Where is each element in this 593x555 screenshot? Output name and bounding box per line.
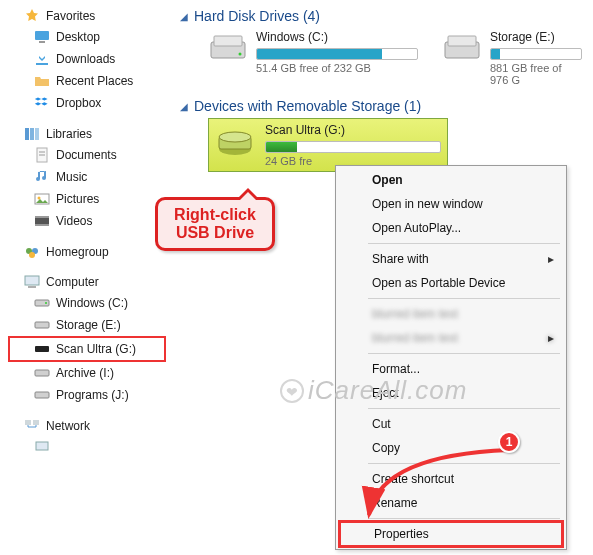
- sidebar-drive-g[interactable]: Scan Ultra (G:): [8, 336, 166, 362]
- drive-name: Storage (E:): [490, 30, 582, 44]
- sidebar-item-desktop[interactable]: Desktop: [8, 26, 170, 48]
- section-label: Favorites: [46, 9, 95, 23]
- section-homegroup[interactable]: Homegroup: [8, 242, 170, 262]
- menu-redacted[interactable]: blurred item text: [338, 302, 564, 326]
- network-icon: [24, 418, 40, 434]
- tree-label: Downloads: [56, 52, 115, 66]
- tree-label: Music: [56, 170, 87, 184]
- menu-portable[interactable]: Open as Portable Device: [338, 271, 564, 295]
- tree-label: Windows (C:): [56, 296, 128, 310]
- menu-separator: [368, 298, 560, 299]
- sidebar-item-recent[interactable]: Recent Places: [8, 70, 170, 92]
- hdd-large-icon: [442, 30, 482, 70]
- drive-bar: [265, 141, 441, 153]
- svg-rect-3: [30, 128, 34, 140]
- collapse-icon: ◢: [180, 11, 188, 22]
- tree-label: Archive (I:): [56, 366, 114, 380]
- section-network[interactable]: Network: [8, 416, 170, 436]
- document-icon: [34, 147, 50, 163]
- group-label: Devices with Removable Storage (1): [194, 98, 421, 114]
- svg-rect-20: [35, 322, 49, 328]
- sidebar-drive-e[interactable]: Storage (E:): [8, 314, 170, 336]
- sidebar-drive-c[interactable]: Windows (C:): [8, 292, 170, 314]
- section-label: Network: [46, 419, 90, 433]
- sidebar-item-downloads[interactable]: Downloads: [8, 48, 170, 70]
- svg-rect-24: [25, 420, 31, 425]
- tree-label: Programs (J:): [56, 388, 129, 402]
- svg-rect-26: [36, 442, 48, 450]
- computer-icon: [24, 274, 40, 290]
- svg-rect-31: [448, 36, 476, 46]
- sidebar-network-item[interactable]: [8, 436, 170, 458]
- group-header-hdd[interactable]: ◢ Hard Disk Drives (4): [178, 6, 585, 28]
- tree-label: Scan Ultra (G:): [56, 342, 136, 356]
- section-label: Libraries: [46, 127, 92, 141]
- drive-free: 51.4 GB free of 232 GB: [256, 62, 418, 74]
- sidebar-item-pictures[interactable]: Pictures: [8, 188, 170, 210]
- group-header-removable[interactable]: ◢ Devices with Removable Storage (1): [178, 96, 585, 118]
- section-label: Homegroup: [46, 245, 109, 259]
- hdd-large-icon: [208, 30, 248, 70]
- menu-format[interactable]: Format...: [338, 357, 564, 381]
- sidebar-item-documents[interactable]: Documents: [8, 144, 170, 166]
- sidebar-item-dropbox[interactable]: Dropbox: [8, 92, 170, 114]
- menu-open-new[interactable]: Open in new window: [338, 192, 564, 216]
- drive-bar: [256, 48, 418, 60]
- section-favorites[interactable]: Favorites: [8, 6, 170, 26]
- menu-share-with[interactable]: Share with: [338, 247, 564, 271]
- folder-icon: [34, 73, 50, 89]
- drive-free: 881 GB free of 976 G: [490, 62, 582, 86]
- svg-rect-0: [35, 31, 49, 40]
- section-label: Computer: [46, 275, 99, 289]
- drive-item-g[interactable]: Scan Ultra (G:) 24 GB fre: [208, 118, 448, 172]
- menu-separator: [368, 408, 560, 409]
- group-label: Hard Disk Drives (4): [194, 8, 320, 24]
- svg-rect-2: [25, 128, 29, 140]
- libraries-icon: [24, 126, 40, 142]
- menu-cut[interactable]: Cut: [338, 412, 564, 436]
- sidebar-item-videos[interactable]: Videos: [8, 210, 170, 232]
- desktop-icon: [34, 29, 50, 45]
- sidebar-item-music[interactable]: Music: [8, 166, 170, 188]
- svg-rect-25: [33, 420, 39, 425]
- menu-redacted[interactable]: blurred item text: [338, 326, 564, 350]
- svg-point-34: [219, 132, 251, 142]
- menu-separator: [368, 243, 560, 244]
- svg-point-29: [239, 53, 242, 56]
- sidebar-drive-i[interactable]: Archive (I:): [8, 362, 170, 384]
- svg-rect-11: [35, 216, 49, 218]
- section-computer[interactable]: Computer: [8, 272, 170, 292]
- removable-large-icon: [215, 123, 255, 163]
- svg-rect-17: [28, 286, 36, 288]
- tree-label: [56, 440, 83, 454]
- svg-rect-1: [39, 41, 45, 43]
- svg-point-19: [45, 302, 47, 304]
- hdd-icon: [34, 317, 50, 333]
- homegroup-icon: [24, 244, 40, 260]
- drive-item-c[interactable]: Windows (C:) 51.4 GB free of 232 GB: [208, 30, 418, 86]
- tree-label: Pictures: [56, 192, 99, 206]
- navigation-pane: Favorites Desktop Downloads Recent Place…: [0, 0, 170, 555]
- svg-rect-22: [35, 370, 49, 376]
- menu-autoplay[interactable]: Open AutoPlay...: [338, 216, 564, 240]
- section-libraries[interactable]: Libraries: [8, 124, 170, 144]
- menu-separator: [368, 353, 560, 354]
- svg-rect-16: [25, 276, 39, 285]
- video-icon: [34, 213, 50, 229]
- svg-rect-28: [214, 36, 242, 46]
- drive-bar: [490, 48, 582, 60]
- drive-name: Windows (C:): [256, 30, 418, 44]
- menu-open[interactable]: Open: [338, 168, 564, 192]
- tree-label: Videos: [56, 214, 92, 228]
- star-icon: [24, 8, 40, 24]
- tree-label: Documents: [56, 148, 117, 162]
- music-icon: [34, 169, 50, 185]
- drive-item-e[interactable]: Storage (E:) 881 GB free of 976 G: [442, 30, 582, 86]
- picture-icon: [34, 191, 50, 207]
- svg-point-15: [29, 252, 35, 258]
- menu-eject[interactable]: Eject: [338, 381, 564, 405]
- svg-rect-12: [35, 224, 49, 226]
- sidebar-drive-j[interactable]: Programs (J:): [8, 384, 170, 406]
- drive-name: Scan Ultra (G:): [265, 123, 441, 137]
- dropbox-icon: [34, 95, 50, 111]
